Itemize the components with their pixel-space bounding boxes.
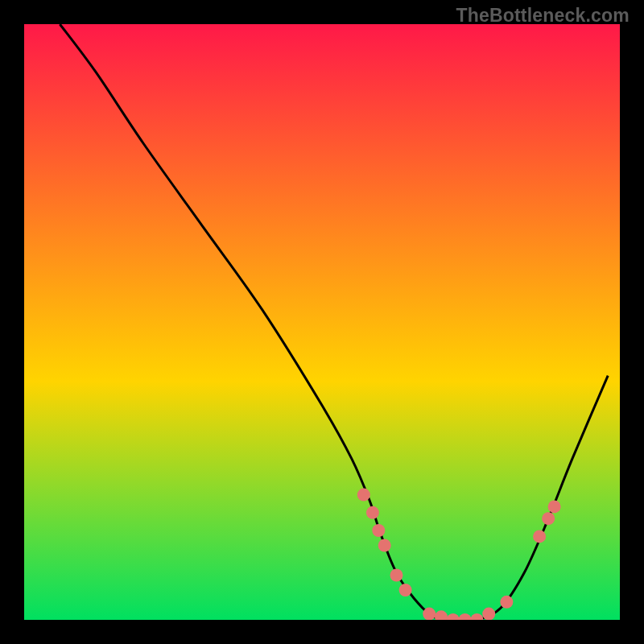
data-marker: [366, 506, 379, 519]
data-marker: [372, 524, 385, 537]
chart-container: TheBottleneck.com: [0, 0, 644, 644]
watermark-text: TheBottleneck.com: [456, 5, 630, 27]
data-marker: [447, 613, 460, 626]
data-marker: [423, 608, 436, 621]
data-marker: [482, 608, 495, 621]
data-marker: [435, 610, 448, 623]
gradient-background: [24, 24, 620, 620]
data-marker: [500, 596, 513, 609]
data-marker: [459, 613, 472, 626]
data-marker: [357, 489, 370, 502]
bottleneck-chart: [0, 0, 644, 644]
data-marker: [542, 512, 555, 525]
data-marker: [533, 530, 546, 543]
data-marker: [399, 584, 412, 597]
data-marker: [378, 539, 391, 552]
data-marker: [470, 613, 483, 626]
data-marker: [390, 569, 403, 582]
data-marker: [548, 500, 561, 513]
